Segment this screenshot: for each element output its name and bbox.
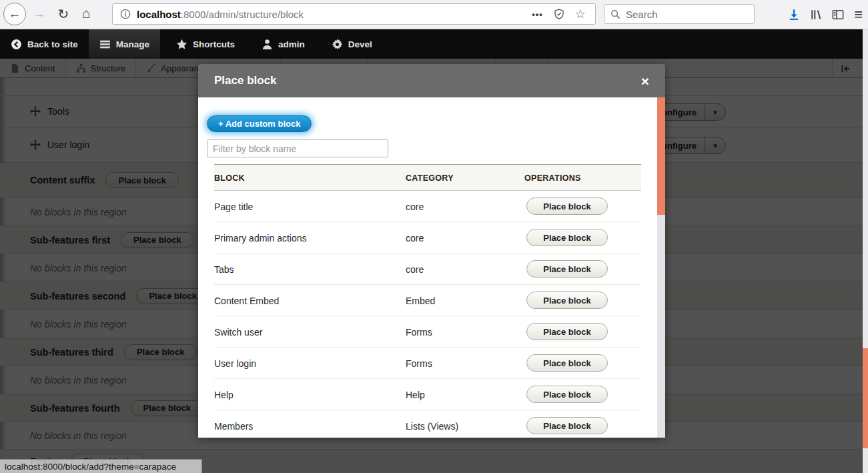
hamburger-icon [99,39,111,50]
block-row-switch-user: Switch userFormsPlace block [214,316,641,348]
block-name: Switch user [214,316,262,348]
add-custom-block-button[interactable]: + Add custom block [207,115,312,132]
menu-icon[interactable]: ≡ [854,7,863,22]
info-icon[interactable] [120,9,131,19]
block-name: Tabs [214,254,234,285]
library-icon[interactable] [810,9,822,21]
toolbar-item-manage[interactable]: Manage [89,29,160,59]
block-name: Members [214,410,253,438]
block-name: User login [214,348,256,379]
place-block-button[interactable]: Place block [526,323,608,340]
toolbar-item-shortcuts[interactable]: Shortcuts [165,29,246,59]
reload-button[interactable]: ↻ [55,5,72,23]
block-category: core [406,191,424,222]
block-name: Help [214,379,234,410]
block-row-primary-admin-actions: Primary admin actionscorePlace block [214,222,641,254]
block-row-content-embed: Content EmbedEmbedPlace block [214,285,641,316]
toolbar-item-label: admin [278,39,305,49]
block-name: Page title [214,191,253,222]
admin-toolbar: Back to siteManageShortcutsadminDevel [0,29,868,59]
block-row-user-login: User loginFormsPlace block [214,348,641,379]
filter-input[interactable] [207,139,388,157]
block-category: Forms [406,348,432,379]
star-icon [176,39,187,50]
place-block-button[interactable]: Place block [526,197,608,215]
block-category: Forms [406,316,432,348]
toolbar-item-label: Devel [348,39,372,49]
block-row-tabs: TabscorePlace block [214,254,641,285]
modal-scrollbar[interactable] [657,97,665,438]
gear-icon [332,39,343,50]
url-bar[interactable]: localhost:8000/admin/structure/block •••… [112,3,596,25]
browser-toolbar: ← → ↻ ⌂ localhost:8000/admin/structure/b… [0,0,868,29]
back-arrow-circle-icon [11,39,22,50]
back-button[interactable]: ← [3,3,26,25]
search-bar[interactable]: Search [604,4,755,24]
block-row-help: HelpHelpPlace block [214,379,641,410]
block-category: Help [406,379,425,410]
home-button[interactable]: ⌂ [77,5,95,22]
place-block-button[interactable]: Place block [526,292,608,309]
block-name: Primary admin actions [214,222,307,254]
block-name: Content Embed [214,285,279,316]
status-link-tooltip: localhost:8000/block/add?theme=carapace [0,459,202,473]
place-block-button[interactable]: Place block [526,354,608,372]
toolbar-item-admin[interactable]: admin [251,29,316,59]
toolbar-item-label: Back to site [27,39,78,49]
search-placeholder: Search [626,9,658,20]
block-category: Embed [406,285,435,316]
block-category: core [406,222,424,254]
table-header: BLOCK CATEGORY OPERATIONS [214,164,641,191]
forward-button[interactable]: → [31,6,47,22]
column-operations: OPERATIONS [524,165,581,191]
place-block-modal: Place block × + Add custom block BLOCK C… [198,64,665,438]
search-icon [610,9,620,19]
modal-title: Place block [214,74,277,87]
user-icon [262,39,273,50]
modal-scrollbar-thumb[interactable] [657,97,665,215]
toolbar-item-label: Manage [116,39,149,49]
window-scrollbar-thumb[interactable] [863,348,868,448]
screen: ← → ↻ ⌂ localhost:8000/admin/structure/b… [0,0,868,473]
shield-icon[interactable] [554,9,564,19]
place-block-button[interactable]: Place block [526,386,608,403]
sidebar-icon[interactable] [832,9,844,21]
column-block: BLOCK [214,165,245,191]
modal-header: Place block × [198,64,665,97]
close-icon[interactable]: × [637,73,653,89]
window-scrollbar[interactable] [863,29,868,473]
column-category: CATEGORY [406,165,454,191]
bookmark-star-icon[interactable]: ☆ [575,7,586,21]
place-block-button[interactable]: Place block [526,260,608,278]
modal-body: + Add custom block BLOCK CATEGORY OPERAT… [198,97,665,438]
block-category: core [406,254,424,285]
downloads-icon[interactable] [788,9,800,21]
toolbar-item-label: Shortcuts [193,39,235,49]
toolbar-item-devel[interactable]: Devel [321,29,383,59]
url-path: :8000/admin/structure/block [181,9,304,20]
toolbar-item-back-to-site[interactable]: Back to site [0,29,89,59]
place-block-button[interactable]: Place block [526,229,608,246]
url-host: localhost [137,9,181,20]
block-category: Lists (Views) [406,410,458,438]
page-actions-icon[interactable]: ••• [532,9,543,19]
block-row-page-title: Page titlecorePlace block [214,191,641,222]
place-block-button[interactable]: Place block [526,417,608,434]
block-row-members: MembersLists (Views)Place block [214,410,641,438]
